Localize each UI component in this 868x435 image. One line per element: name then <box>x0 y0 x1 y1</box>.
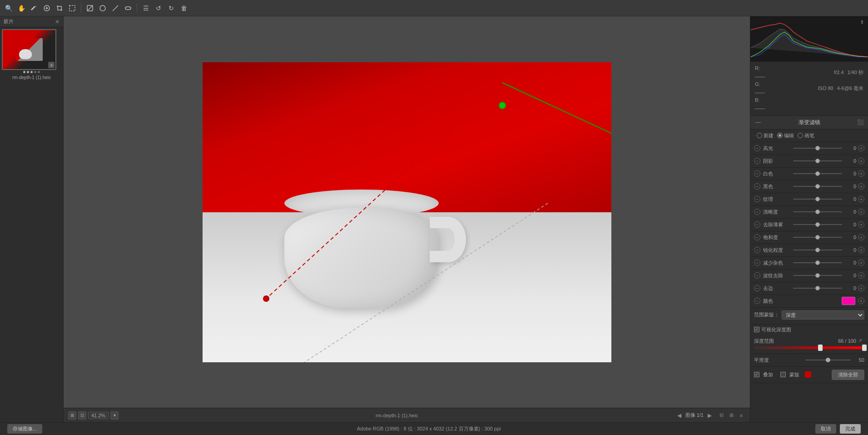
list-view-icon[interactable]: ≡ <box>737 411 745 420</box>
range-icon[interactable] <box>123 3 133 13</box>
whites-minus[interactable]: − <box>754 170 760 177</box>
mode-new[interactable]: 新建 <box>757 132 774 139</box>
noise-plus[interactable]: + <box>858 260 864 266</box>
texture-plus[interactable]: + <box>858 196 864 202</box>
fringe-plus[interactable]: + <box>858 285 864 291</box>
depth-thumb-left[interactable] <box>818 345 823 351</box>
range-mask-select[interactable]: 深度 亮度 颜色 <box>782 310 864 320</box>
magnify-icon[interactable]: 🔍 <box>4 3 14 13</box>
color-swatch[interactable] <box>842 297 855 305</box>
color-plus[interactable]: + <box>858 298 864 304</box>
texture-minus[interactable]: − <box>754 196 760 202</box>
aperture-value: f/2.4 <box>834 69 843 77</box>
panel-close-icon[interactable]: — <box>755 119 761 125</box>
delete-icon[interactable]: 🗑 <box>179 3 189 13</box>
filmstrip-thumbnail[interactable]: ⊕ <box>2 29 56 70</box>
hand-icon[interactable]: ✋ <box>16 3 26 13</box>
clarity-plus[interactable]: + <box>858 209 864 215</box>
whites-plus[interactable]: + <box>858 170 864 177</box>
filmstrip-close-icon[interactable]: ✕ <box>55 19 60 25</box>
highlights-plus[interactable]: + <box>858 145 864 151</box>
healing-icon[interactable] <box>42 3 52 13</box>
blacks-plus[interactable]: + <box>858 183 864 190</box>
dehaze-minus[interactable]: − <box>754 221 760 228</box>
sharpness-plus[interactable]: + <box>858 247 864 253</box>
shadows-plus[interactable]: + <box>858 158 864 164</box>
fringe-minus[interactable]: − <box>754 285 760 291</box>
texture-slider[interactable] <box>793 195 842 204</box>
overlay-label: 叠加 <box>763 371 773 378</box>
saturation-slider[interactable] <box>793 233 842 242</box>
clarity-slider[interactable] <box>793 207 842 216</box>
mask-color-swatch[interactable] <box>805 371 811 378</box>
dehaze-slider[interactable] <box>793 220 842 229</box>
zoom-dropdown-icon[interactable]: ▾ <box>110 411 119 420</box>
zoom-fit-icon[interactable]: ⊞ <box>68 411 76 420</box>
blacks-minus[interactable]: − <box>754 183 760 190</box>
blacks-slider[interactable] <box>793 182 842 191</box>
highlights-slider[interactable] <box>793 144 842 153</box>
whites-slider[interactable] <box>793 169 842 178</box>
transform-icon[interactable] <box>67 3 77 13</box>
histogram-export-icon[interactable]: ⬆ <box>858 18 866 26</box>
smooth-thumb[interactable] <box>826 358 830 362</box>
sharpness-minus[interactable]: − <box>754 247 760 253</box>
smooth-row: 平滑度 50 <box>750 354 868 367</box>
fringe-slider[interactable] <box>793 284 842 293</box>
filmstrip-item[interactable]: ⊕ rm-depth-1 (1).heic <box>0 27 63 83</box>
color-minus[interactable]: − <box>754 298 760 304</box>
depth-slider-track[interactable] <box>754 346 864 349</box>
moire-slider[interactable] <box>793 271 842 280</box>
grid-icon[interactable]: ⊞ <box>727 411 735 420</box>
mode-new-radio[interactable] <box>757 133 762 138</box>
shadows-minus[interactable]: − <box>754 158 760 164</box>
clarity-minus[interactable]: − <box>754 209 760 215</box>
saturation-plus[interactable]: + <box>858 234 864 240</box>
blacks-value: 0 <box>845 184 856 189</box>
confirm-button[interactable]: 完成 <box>840 424 861 434</box>
highlights-minus[interactable]: − <box>754 145 760 151</box>
mode-edit-label: 编辑 <box>784 132 794 139</box>
zoom-value[interactable]: 41.2% <box>88 412 109 419</box>
shadows-slider[interactable] <box>793 156 842 165</box>
panel-maximize-icon[interactable]: ⬛ <box>857 119 863 125</box>
gradient-icon[interactable] <box>110 3 120 13</box>
smooth-slider[interactable] <box>805 360 851 360</box>
mode-edit-radio[interactable] <box>777 133 783 138</box>
cancel-button[interactable]: 取消 <box>815 424 836 434</box>
adj-saturation: − 饱和度 0 + <box>750 231 868 244</box>
histogram-icon[interactable]: ⊟ <box>717 411 725 420</box>
list-icon[interactable]: ☰ <box>141 3 151 13</box>
depth-range-value: 66 / 100 <box>838 338 856 344</box>
zoom-fill-icon[interactable]: ⊡ <box>78 411 86 420</box>
depth-expand-icon[interactable]: ↗ <box>858 338 864 344</box>
noise-slider[interactable] <box>793 258 842 267</box>
brush-icon[interactable] <box>29 3 39 13</box>
moire-plus[interactable]: + <box>858 272 864 279</box>
prev-image-icon[interactable]: ◀ <box>675 411 684 420</box>
overlay-checkbox[interactable] <box>754 372 759 377</box>
next-image-icon[interactable]: ▶ <box>705 411 714 420</box>
mask-icon[interactable] <box>85 3 95 13</box>
canvas-container <box>64 16 750 408</box>
save-image-button[interactable]: 存储图像... <box>7 424 42 434</box>
circle-icon[interactable] <box>98 3 108 13</box>
moire-minus[interactable]: − <box>754 272 760 279</box>
canvas-bottom-bar: ⊞ ⊡ 41.2% ▾ rm-depth-1 (1).heic ◀ 图像 1/1… <box>64 408 750 422</box>
mode-brush[interactable]: 画笔 <box>798 132 814 139</box>
redo-icon[interactable]: ↻ <box>166 3 176 13</box>
sharpness-slider[interactable] <box>793 245 842 255</box>
clear-all-button[interactable]: 清除全部 <box>832 370 864 380</box>
dehaze-plus[interactable]: + <box>858 221 864 228</box>
undo-icon[interactable]: ↺ <box>154 3 164 13</box>
saturation-label: 饱和度 <box>763 234 790 241</box>
depth-map-checkbox[interactable] <box>754 327 759 332</box>
mode-brush-radio[interactable] <box>798 133 803 138</box>
mask-checkbox[interactable] <box>780 372 786 377</box>
saturation-minus[interactable]: − <box>754 234 760 240</box>
noise-minus[interactable]: − <box>754 260 760 266</box>
crop-icon[interactable] <box>55 3 64 13</box>
range-mask-label: 范围蒙版： <box>754 311 779 318</box>
depth-thumb-right[interactable] <box>862 345 867 351</box>
mode-edit[interactable]: 编辑 <box>777 132 794 139</box>
